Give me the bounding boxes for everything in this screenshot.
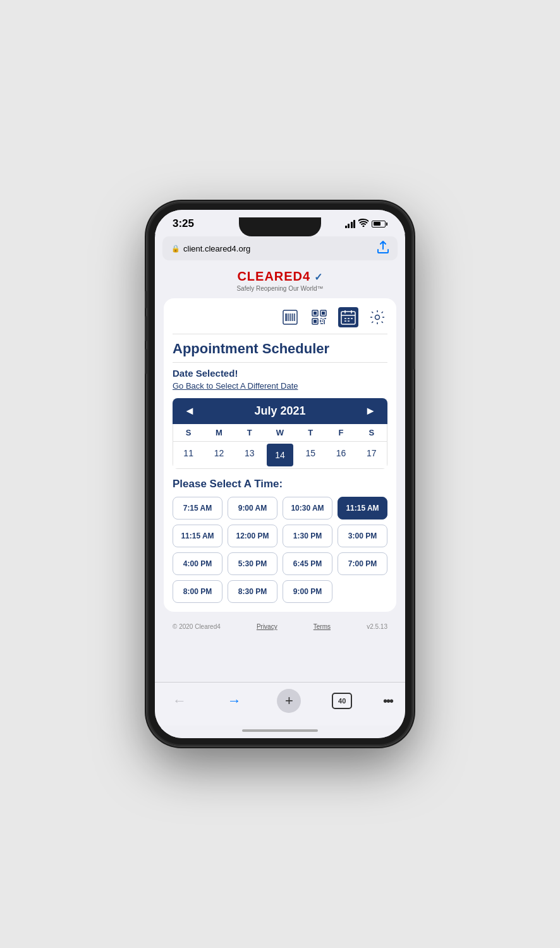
browser-bottom-bar: ← → + 40 ••• [155,682,405,726]
calendar-month-year: July 2021 [254,404,305,418]
time-slot-9[interactable]: 5:30 PM [228,552,277,575]
settings-icon[interactable] [367,307,387,327]
calendar-header: ◄ July 2021 ► [173,398,387,424]
footer-terms[interactable]: Terms [313,623,331,630]
home-bar [242,729,318,732]
silent-switch [145,291,147,308]
footer-privacy[interactable]: Privacy [257,623,277,630]
svg-rect-12 [313,320,317,323]
calendar-icon[interactable] [338,307,358,327]
calendar-day-15[interactable]: 15 [295,442,326,468]
footer-copyright: © 2020 Cleared4 [173,623,221,630]
calendar-grid: S M T W T F S 11121314151617 [173,424,387,469]
time-slot-14[interactable]: 9:00 PM [283,580,332,603]
share-icon[interactable] [377,241,389,256]
phone-screen: 3:25 [155,210,405,738]
date-selected-label: Date Selected! [173,368,387,379]
main-card: Appointment Scheduler Date Selected! Go … [164,298,396,612]
time-section-label: Please Select A Time: [173,478,387,490]
forward-button[interactable]: → [222,691,247,710]
calendar-day-14[interactable]: 14 [267,444,293,466]
web-footer: © 2020 Cleared4 Privacy Terms v2.5.13 [164,618,396,635]
page-title: Appointment Scheduler [173,341,387,363]
volume-down-button [145,349,147,374]
calendar-day-17[interactable]: 17 [356,442,387,468]
status-time: 3:25 [173,217,194,230]
web-content: CLEARED4 ✓ Safely Reopening Our World™ [155,263,405,682]
logo-cleared: CLEARED [237,269,303,283]
svg-rect-20 [341,312,355,324]
calendar-day-11[interactable]: 11 [173,442,204,468]
day-header-wed: W [265,424,295,441]
time-slot-0[interactable]: 7:15 AM [173,497,222,520]
url-text: client.cleared4.org [183,244,250,253]
logo-area: CLEARED4 ✓ Safely Reopening Our World™ [164,269,396,292]
time-slot-10[interactable]: 6:45 PM [283,552,332,575]
calendar-day-12[interactable]: 12 [204,442,234,468]
logo-tagline: Safely Reopening Our World™ [164,285,396,292]
time-slot-7[interactable]: 3:00 PM [338,525,387,547]
home-indicator [155,726,405,738]
svg-point-29 [375,315,380,320]
more-button[interactable]: ••• [383,694,393,708]
qr-icon[interactable] [309,307,329,327]
browser-url-bar[interactable]: 🔒 client.cleared4.org [162,236,398,260]
status-icons [345,219,388,229]
time-slot-13[interactable]: 8:30 PM [228,580,277,603]
time-slot-4[interactable]: 11:15 AM [173,525,222,547]
time-slot-8[interactable]: 4:00 PM [173,552,222,575]
power-button [413,329,415,370]
new-tab-button[interactable]: + [277,689,301,713]
time-slot-5[interactable]: 12:00 PM [228,525,277,547]
day-header-sat: S [356,424,387,441]
signal-icon [345,220,356,228]
notch [239,217,321,236]
next-month-button[interactable]: ► [362,404,379,418]
time-slot-3[interactable]: 11:15 AM [338,497,387,520]
time-grid: 7:15 AM9:00 AM10:30 AM11:15 AM11:15 AM12… [173,497,387,603]
calendar: ◄ July 2021 ► S M T W T F S [173,398,387,469]
svg-rect-10 [313,312,317,315]
back-link[interactable]: Go Back to Select A Different Date [173,381,387,391]
calendar-row: 11121314151617 [173,442,387,468]
time-slot-6[interactable]: 1:30 PM [283,525,332,547]
day-header-tue: T [234,424,265,441]
logo-check: ✓ [310,272,322,283]
back-button[interactable]: ← [167,691,192,710]
time-slot-11[interactable]: 7:00 PM [338,552,387,575]
calendar-day-13[interactable]: 13 [234,442,265,468]
barcode-icon[interactable] [280,307,300,327]
wifi-icon [358,219,368,229]
time-slot-12[interactable]: 8:00 PM [173,580,222,603]
tabs-button[interactable]: 40 [332,693,352,709]
url-display: 🔒 client.cleared4.org [171,244,250,253]
volume-up-button [145,316,147,341]
day-header-mon: M [204,424,234,441]
logo: CLEARED4 ✓ [164,269,396,284]
prev-month-button[interactable]: ◄ [181,404,198,418]
calendar-day-16[interactable]: 16 [326,442,356,468]
footer-version: v2.5.13 [367,623,387,630]
logo-4: 4 [303,269,310,283]
time-slot-1[interactable]: 9:00 AM [228,497,277,520]
day-header-sun: S [173,424,204,441]
battery-icon [372,221,387,228]
day-header-thu: T [295,424,326,441]
day-header-fri: F [326,424,356,441]
lock-icon: 🔒 [171,245,180,253]
icon-toolbar [173,307,387,334]
time-slot-2[interactable]: 10:30 AM [283,497,332,520]
svg-rect-11 [322,312,325,315]
phone-mockup: 3:25 [147,202,413,746]
calendar-days-header: S M T W T F S [173,424,387,442]
